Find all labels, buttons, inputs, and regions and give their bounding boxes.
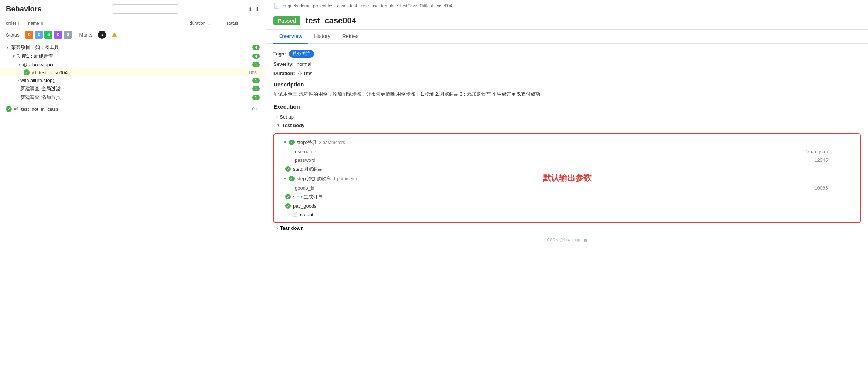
- download-icon[interactable]: ⬇: [255, 6, 260, 13]
- setup-label: Set up: [280, 114, 294, 120]
- duration-value: 1ms: [303, 71, 313, 76]
- tree-row-test-not-in-class[interactable]: ✓ #1 test_not_in_class 0s: [0, 105, 266, 113]
- stdout-row[interactable]: › 📄 stdout: [280, 210, 854, 219]
- name-sort-icon: ⇅: [41, 21, 44, 25]
- case004-duration: 1ms: [248, 70, 257, 75]
- with-step-label: with allure.step(): [20, 78, 252, 83]
- badge-skipped[interactable]: 0: [54, 31, 62, 39]
- with-step-count: 1: [252, 78, 260, 83]
- execution-box: 默认输出参数 ▼ ✓ step:登录 2 parameters username…: [273, 133, 861, 223]
- badge-unknown[interactable]: 0: [64, 31, 72, 39]
- tree-group-global-filter[interactable]: › 新建调查-全局过滤 1: [0, 84, 266, 93]
- tree-group-add-node[interactable]: › 新建调查-添加节点 1: [0, 93, 266, 102]
- left-panel: Behaviors ℹ ⬇ order ⇅ name ⇅ duration ⇅ …: [0, 0, 266, 389]
- tree-group-root[interactable]: ▼ 某某项目，如：图工具 4: [0, 43, 266, 52]
- tree-group-feature1[interactable]: ▼ 功能1：新建调查 4: [0, 52, 266, 61]
- chevron-add-node: ›: [18, 96, 19, 100]
- duration-clock-icon: ⏱: [298, 71, 302, 76]
- mark-triangle[interactable]: [110, 31, 119, 39]
- chevron-cart: ▼: [283, 177, 287, 181]
- setup-row[interactable]: › Set up: [273, 113, 861, 121]
- case004-label: test_case004: [39, 70, 248, 75]
- stdout-doc-icon: 📄: [292, 212, 298, 217]
- title-bar: Passed test_case004: [266, 12, 868, 30]
- chevron-with-step: ›: [18, 78, 19, 82]
- order-badge-not-in-class: #1: [14, 106, 19, 112]
- description-text: 测试用例三 流程性的用例，添加测试步骤，让报告更清晰 用例步骤：1.登录 2.浏…: [273, 91, 861, 98]
- tabs: Overview History Retries: [266, 30, 868, 44]
- badge-failed[interactable]: 0: [25, 31, 33, 39]
- login-label: step:登录: [297, 139, 317, 146]
- marks-label: Marks:: [79, 32, 93, 38]
- add-node-label: 新建调查-添加节点: [20, 94, 252, 101]
- tab-history[interactable]: History: [308, 30, 336, 44]
- chevron-login: ▼: [283, 140, 287, 144]
- param-goods-id: goods_id '10086': [280, 184, 854, 192]
- col-order[interactable]: order ⇅: [6, 21, 28, 26]
- step-cart[interactable]: ▼ ✓ step:添加购物车 1 parameter: [280, 174, 854, 184]
- test-case-name: test_case004: [306, 16, 356, 25]
- tab-overview[interactable]: Overview: [273, 30, 308, 44]
- left-header: Behaviors ℹ ⬇: [0, 0, 266, 18]
- chevron-feature1: ▼: [12, 54, 16, 58]
- chevron-allure-step: ▼: [18, 62, 21, 66]
- param-username-value: 'zhangsan': [806, 149, 829, 154]
- order-badge-case004: #1: [32, 70, 37, 75]
- global-filter-count: 1: [252, 86, 260, 91]
- allure-step-count: 1: [252, 62, 260, 67]
- col-name[interactable]: name ⇅: [28, 21, 190, 26]
- right-panel: 📄 projects.demo_project.test_cases.test_…: [266, 0, 868, 389]
- add-node-count: 1: [252, 95, 260, 100]
- check-pay: ✓: [285, 203, 291, 209]
- param-goods-id-name: goods_id: [295, 185, 339, 191]
- allure-step-label: @allure.step(): [23, 62, 252, 67]
- badge-passed[interactable]: 5: [44, 31, 52, 39]
- chevron-global-filter: ›: [18, 87, 19, 91]
- test-body-row[interactable]: ▼ Test body: [273, 121, 861, 130]
- step-login[interactable]: ▼ ✓ step:登录 2 parameters: [280, 138, 854, 147]
- order-label: step:生成订单: [293, 194, 323, 200]
- left-title: Behaviors: [6, 5, 42, 13]
- browse-label: step:浏览商品: [293, 166, 323, 173]
- step-order[interactable]: ✓ step:生成订单: [280, 192, 854, 202]
- mark-circle[interactable]: ●: [98, 31, 106, 39]
- duration-sort-icon: ⇅: [207, 21, 210, 25]
- param-username-name: username: [295, 149, 339, 154]
- teardown-row[interactable]: › Tear down: [273, 223, 861, 233]
- tree-area: ▼ 某某项目，如：图工具 4 ▼ 功能1：新建调查 4 ▼ @allure.st…: [0, 41, 266, 389]
- param-username: username 'zhangsan': [280, 147, 854, 156]
- status-bar: Status: 0 0 5 0 0 Marks: ●: [0, 28, 266, 41]
- badge-broken[interactable]: 0: [35, 31, 43, 39]
- tag-badge[interactable]: 核心关注: [289, 50, 314, 58]
- param-goods-id-value: '10086': [814, 185, 829, 191]
- tree-row-test-case004[interactable]: ✓ #1 test_case004 1ms: [0, 68, 266, 76]
- root-label: 某某项目，如：图工具: [11, 44, 252, 51]
- order-sort-icon: ⇅: [18, 21, 21, 25]
- col-status[interactable]: status ⇅: [227, 21, 260, 26]
- info-icon[interactable]: ℹ: [249, 6, 251, 13]
- step-browse[interactable]: ✓ step:浏览商品: [280, 164, 854, 174]
- duration-row: Duration: ⏱ 1ms: [273, 71, 861, 76]
- teardown-label: Tear down: [280, 225, 303, 231]
- severity-label: Severity:: [273, 61, 294, 67]
- feature1-count: 4: [252, 54, 260, 59]
- pay-label: pay_goods: [293, 203, 317, 209]
- cart-label: step:添加购物车: [297, 175, 331, 182]
- status-badges: 0 0 5 0 0: [25, 31, 72, 39]
- description-title: Description: [273, 81, 861, 88]
- watermark: CSDN @Loadinggggg: [273, 238, 861, 242]
- not-in-class-duration: 0s: [252, 106, 257, 112]
- step-pay[interactable]: ✓ pay_goods: [280, 202, 854, 210]
- chevron-test-body: ▼: [276, 123, 280, 127]
- tab-retries[interactable]: Retries: [336, 30, 364, 44]
- global-filter-label: 新建调查-全局过滤: [20, 85, 252, 92]
- search-input[interactable]: [112, 4, 178, 14]
- col-duration[interactable]: duration ⇅: [190, 21, 227, 26]
- check-login: ✓: [289, 140, 295, 145]
- tags-label: Tags:: [273, 51, 286, 57]
- cart-params: 1 parameter: [333, 176, 357, 181]
- tree-group-with-step[interactable]: › with allure.step() 1: [0, 76, 266, 84]
- status-bar-label: Status:: [6, 32, 21, 38]
- chevron-setup: ›: [276, 115, 278, 119]
- tree-group-allure-step[interactable]: ▼ @allure.step() 1: [0, 61, 266, 68]
